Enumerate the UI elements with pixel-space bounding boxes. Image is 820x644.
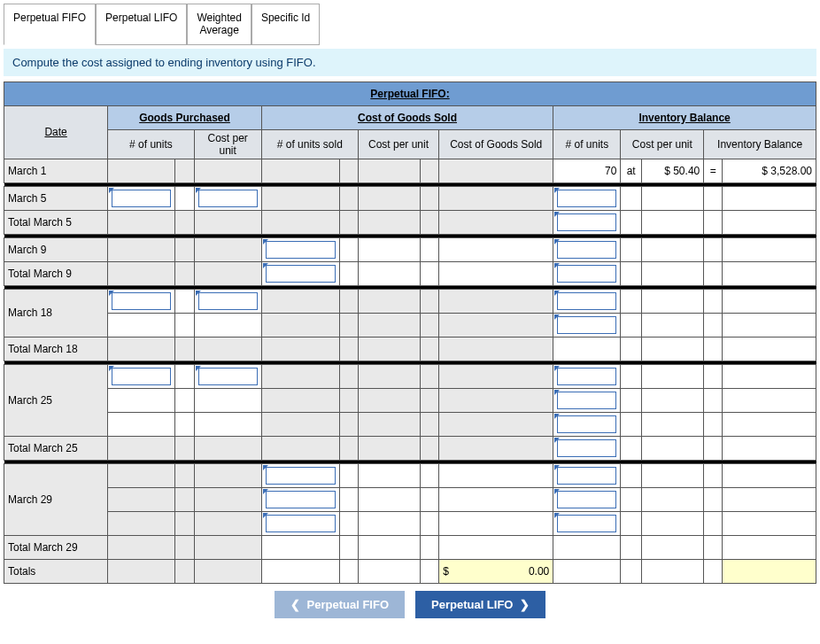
row-march29: March 29 — [4, 463, 108, 535]
next-label: Perpetual LIFO — [431, 598, 513, 611]
row-total-march29: Total March 29 — [4, 535, 108, 559]
tab-weighted-average[interactable]: Weighted Average — [187, 4, 251, 45]
m25-gp-cost-1[interactable] — [194, 364, 261, 388]
m18-inv-units-1[interactable] — [553, 289, 621, 313]
m1-cost: $ 50.40 — [641, 159, 703, 182]
tm9-cogs-units[interactable] — [261, 261, 339, 285]
tm9-inv-units[interactable] — [553, 261, 621, 285]
m5-gp-units[interactable] — [108, 186, 175, 210]
prev-label: Perpetual FIFO — [307, 598, 389, 611]
sub-inv-balance: Inventory Balance — [704, 129, 816, 159]
tm25-inv-units[interactable] — [553, 436, 621, 460]
fifo-table: Perpetual FIFO: Date Goods Purchased Cos… — [4, 81, 816, 584]
m18-gp-units-1[interactable] — [108, 289, 175, 313]
sub-cogs-val: Cost of Goods Sold — [439, 129, 553, 159]
row-total-march5: Total March 5 — [4, 210, 108, 234]
row-total-march18: Total March 18 — [4, 337, 108, 361]
row-totals: Totals — [4, 559, 108, 583]
m25-gp-units-1[interactable] — [108, 364, 175, 388]
m25-inv-units-1[interactable] — [553, 364, 621, 388]
nav-buttons: ❮ Perpetual FIFO Perpetual LIFO ❯ — [4, 591, 816, 618]
m1-units: 70 — [553, 159, 621, 182]
m25-inv-units-2[interactable] — [553, 388, 621, 412]
m18-inv-units-2[interactable] — [553, 313, 621, 337]
m18-gp-cost-1[interactable] — [194, 289, 261, 313]
prev-button[interactable]: ❮ Perpetual FIFO — [275, 591, 405, 618]
m5-inv-units[interactable] — [553, 186, 621, 210]
tab-perpetual-lifo[interactable]: Perpetual LIFO — [96, 4, 187, 45]
col-goods-purchased: Goods Purchased — [108, 105, 262, 129]
row-march18: March 18 — [4, 289, 108, 337]
sub-num-units-1: # of units — [108, 129, 194, 159]
m29-inv-units-3[interactable] — [553, 511, 621, 535]
totals-cogs: $0.00 — [439, 559, 553, 583]
m29-cogs-units-2[interactable] — [261, 487, 339, 511]
m29-cogs-units-1[interactable] — [261, 463, 339, 487]
col-date: Date — [4, 105, 108, 159]
tm5-inv-units[interactable] — [553, 210, 621, 234]
row-march1: March 1 — [4, 159, 108, 182]
m5-gp-cost[interactable] — [194, 186, 261, 210]
sub-cost-per-unit-3: Cost per unit — [621, 129, 704, 159]
sub-cost-per-unit-2: Cost per unit — [358, 129, 438, 159]
tab-perpetual-fifo[interactable]: Perpetual FIFO — [4, 4, 96, 45]
sub-num-units-sold: # of units sold — [261, 129, 358, 159]
m25-inv-units-3[interactable] — [553, 412, 621, 436]
row-march9: March 9 — [4, 237, 108, 261]
next-button[interactable]: Perpetual LIFO ❯ — [415, 591, 545, 618]
row-march5: March 5 — [4, 186, 108, 210]
instruction-text: Compute the cost assigned to ending inve… — [4, 49, 816, 76]
tabs-container: Perpetual FIFO Perpetual LIFO Weighted A… — [4, 4, 816, 45]
tab-specific-id[interactable]: Specific Id — [251, 4, 320, 45]
m9-inv-units[interactable] — [553, 237, 621, 261]
m9-cogs-units[interactable] — [261, 237, 339, 261]
row-total-march9: Total March 9 — [4, 261, 108, 285]
m29-cogs-units-3[interactable] — [261, 511, 339, 535]
m1-at: at — [621, 159, 641, 182]
m1-balance: $ 3,528.00 — [723, 159, 816, 182]
m29-inv-units-1[interactable] — [553, 463, 621, 487]
sub-num-units-2: # of units — [553, 129, 621, 159]
m1-eq: = — [704, 159, 723, 182]
totals-inv-balance — [723, 559, 816, 583]
col-cogs: Cost of Goods Sold — [261, 105, 553, 129]
chevron-right-icon: ❯ — [520, 598, 530, 611]
row-march25: March 25 — [4, 364, 108, 436]
row-total-march25: Total March 25 — [4, 436, 108, 460]
col-inventory-balance: Inventory Balance — [553, 105, 816, 129]
chevron-left-icon: ❮ — [290, 598, 300, 611]
table-title: Perpetual FIFO: — [4, 81, 816, 105]
m29-inv-units-2[interactable] — [553, 487, 621, 511]
sub-cost-per-unit-1: Cost per unit — [194, 129, 261, 159]
